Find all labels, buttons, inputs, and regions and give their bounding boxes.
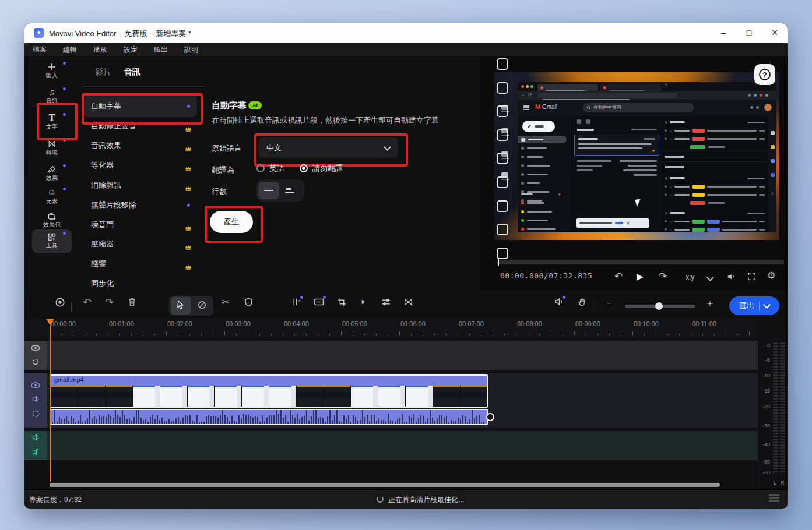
close-button[interactable]: ✕: [762, 23, 788, 43]
menu-file[interactable]: 檔案: [24, 43, 55, 56]
gmail-search-input[interactable]: 在郵件中搜尋: [583, 103, 694, 112]
source-language-select[interactable]: 中文: [258, 137, 398, 158]
track-volume-icon[interactable]: [554, 297, 564, 306]
show-track-eye-icon[interactable]: [31, 380, 40, 391]
sidebar-item-elements[interactable]: ☺元素: [32, 185, 72, 209]
jump-forward-icon[interactable]: ↷: [659, 270, 667, 282]
translate-option-selected[interactable]: 請勿翻譯: [300, 163, 343, 174]
marker-shield-icon[interactable]: [244, 297, 254, 308]
menu-help[interactable]: 說明: [176, 43, 206, 56]
tab-video[interactable]: 影片: [95, 67, 111, 77]
sidebar-item-label: 音訊: [32, 98, 72, 105]
preview-seek-playhead[interactable]: [498, 259, 499, 266]
sidebar-item-audio[interactable]: ♫音訊: [32, 85, 72, 108]
menu-edit[interactable]: 編輯: [55, 43, 85, 56]
clip-audio-waveform[interactable]: [50, 409, 488, 425]
preview-volume-icon[interactable]: [726, 272, 736, 284]
timeline-clip-gmail[interactable]: gmail.mp4: [50, 374, 488, 408]
crop-handle[interactable]: [497, 224, 508, 235]
preview-seek-bar[interactable]: [497, 260, 784, 264]
crop-handle[interactable]: [497, 82, 508, 94]
crop-icon[interactable]: [337, 297, 347, 307]
motion-effects-icon[interactable]: [31, 409, 40, 421]
show-track-eye-icon[interactable]: [31, 343, 40, 354]
record-icon[interactable]: [55, 297, 65, 308]
tool-item-compressor[interactable]: 壓縮器: [83, 235, 197, 253]
tool-item-audio-effects[interactable]: 音訊效果: [83, 137, 197, 154]
delete-icon[interactable]: [127, 297, 137, 307]
select-tool-icon[interactable]: [175, 299, 185, 313]
sidebar-item-tools[interactable]: 工具: [32, 229, 72, 253]
menu-export[interactable]: 匯出: [146, 43, 176, 56]
tool-item-silence-removal[interactable]: 無聲片段移除: [83, 196, 197, 214]
translate-option-unselected[interactable]: 英語: [256, 163, 284, 174]
audio-levels-icon[interactable]: [291, 297, 301, 307]
subtitles-cc-icon[interactable]: CC: [314, 297, 324, 307]
crop-handle[interactable]: [497, 105, 508, 117]
jump-back-icon[interactable]: ↶: [614, 270, 623, 282]
meter-toggle-icon[interactable]: [769, 494, 779, 502]
timeline-ruler[interactable]: 00:00:0000:01:0000:02:0000:03:0000:04:00…: [24, 319, 758, 338]
tab-audio[interactable]: 音訊: [124, 67, 140, 77]
crop-handle[interactable]: [497, 200, 508, 212]
gmail-brand: Gmail: [542, 104, 557, 110]
sidebar-item-transitions[interactable]: 轉場: [32, 136, 72, 160]
video-preview[interactable]: + ← ⟳ M Gmail 在郵件中搜尋: [494, 72, 779, 240]
zoom-out-icon[interactable]: −: [606, 298, 611, 309]
generate-button[interactable]: 產生: [210, 211, 253, 233]
undo-icon[interactable]: ↶: [83, 296, 92, 309]
filters-sliders-icon[interactable]: [381, 297, 391, 307]
link-track-icon[interactable]: [31, 358, 40, 368]
sidebar-item-effects[interactable]: 效果: [32, 162, 72, 185]
playhead-marker[interactable]: [46, 319, 54, 326]
timeline-zoom-slider[interactable]: [625, 305, 695, 308]
tool-item-noise-gate[interactable]: 噪音門: [83, 216, 197, 234]
tool-item-auto-voice-correction[interactable]: 自動修正聲音: [83, 117, 197, 135]
new-feature-dot: [63, 188, 66, 190]
one-line-button[interactable]: [258, 182, 279, 199]
tool-item-equalizer[interactable]: 等化器: [83, 157, 197, 174]
help-button[interactable]: ?: [754, 64, 775, 85]
tool-item-auto-subtitles[interactable]: 自動字幕: [83, 95, 197, 117]
crop-handle[interactable]: [497, 176, 508, 188]
zoom-slider-thumb[interactable]: [655, 302, 663, 310]
play-button[interactable]: ▶: [637, 271, 644, 282]
fullscreen-icon[interactable]: [747, 272, 756, 284]
cut-scissors-icon[interactable]: ✂: [222, 296, 229, 308]
two-lines-button[interactable]: [279, 182, 300, 199]
tool-item-reverb[interactable]: 殘響: [83, 255, 197, 273]
crop-handle[interactable]: [497, 58, 508, 70]
minimize-button[interactable]: –: [711, 23, 736, 43]
track-volume-icon[interactable]: [31, 433, 40, 444]
mute-track-icon[interactable]: [31, 448, 40, 458]
sidebar-item-effect-packs[interactable]: 效果包: [32, 209, 72, 232]
app-logo-icon: ✦: [34, 28, 44, 38]
sidebar-item-text[interactable]: T文字: [32, 111, 72, 134]
preview-settings-gear-icon[interactable]: ⚙: [767, 270, 775, 281]
crop-handle[interactable]: [497, 129, 508, 141]
audio-track-lane[interactable]: [24, 431, 758, 460]
new-feature-dot: [63, 62, 66, 65]
crop-handle[interactable]: [497, 248, 508, 259]
playhead-line[interactable]: [50, 326, 51, 482]
transition-wizard-icon[interactable]: [403, 297, 413, 307]
track-volume-icon[interactable]: [31, 395, 40, 405]
tool-item-noise-removal[interactable]: 消除雜訊: [83, 176, 197, 194]
tool-item-synchronization[interactable]: 同步化: [83, 275, 197, 292]
timeline-horizontal-scrollbar[interactable]: [50, 483, 720, 487]
sidebar-item-import[interactable]: 匯入: [32, 59, 72, 83]
maximize-button[interactable]: □: [736, 23, 762, 43]
clip-trim-handle[interactable]: [486, 413, 494, 421]
menu-play[interactable]: 播放: [85, 43, 115, 56]
zoom-in-icon[interactable]: ＋: [705, 298, 715, 310]
crop-handle[interactable]: [497, 153, 508, 164]
hand-tool-icon[interactable]: [577, 297, 587, 307]
color-adjust-icon[interactable]: ◑: [359, 296, 365, 307]
menu-settings[interactable]: 設定: [115, 43, 146, 56]
aspect-ratio-button[interactable]: x:y: [686, 273, 694, 281]
export-button[interactable]: 匯出: [729, 296, 779, 315]
title-bar[interactable]: ✦ Movavi Video Editor – 免費版 – 新增專案 * – □…: [24, 23, 788, 43]
redo-icon[interactable]: ↷: [105, 296, 114, 309]
snap-icon[interactable]: [197, 300, 207, 312]
linked-track-lane[interactable]: [24, 341, 758, 370]
